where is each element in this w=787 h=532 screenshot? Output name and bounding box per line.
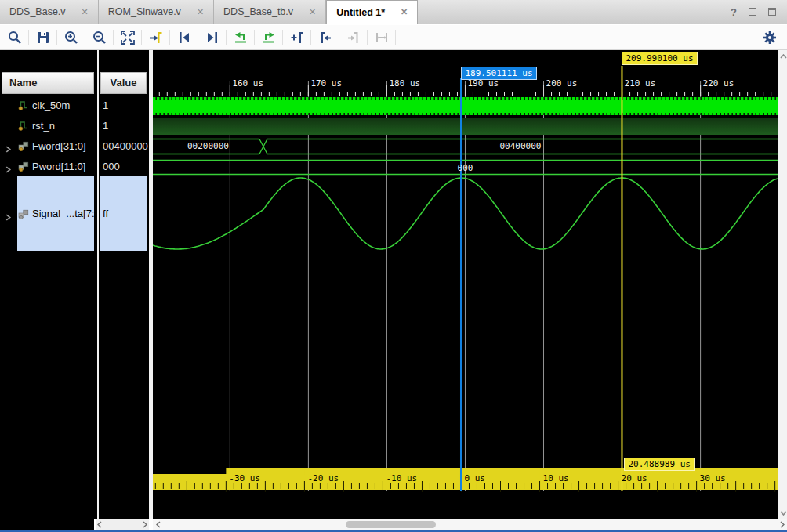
tab-dds-base-tb-v[interactable]: DDS_Base_tb.v✕ — [214, 0, 326, 24]
next-edge-icon — [261, 30, 277, 45]
toolbar-save-waveform-button[interactable] — [32, 27, 53, 48]
save-waveform-icon — [35, 30, 51, 45]
add-marker-icon — [289, 30, 305, 45]
toolbar-separator — [254, 30, 255, 45]
ruler-label: 30 us — [700, 473, 726, 483]
toolbar-separator — [226, 30, 227, 45]
name-column-header: Name — [2, 72, 94, 94]
value-column-scrollbar[interactable] — [96, 519, 149, 530]
help-icon[interactable]: ? — [731, 6, 737, 18]
search-icon — [7, 30, 23, 45]
toolbar-add-marker-button[interactable] — [286, 27, 307, 48]
ruler-label: -10 us — [386, 473, 417, 483]
expand-chevron-icon[interactable] — [5, 142, 13, 150]
cursor-delta-time-label[interactable]: 20.488989 us — [624, 458, 694, 471]
wave-canvas[interactable]: 160 us170 us180 us190 us200 us210 us220 … — [153, 50, 778, 519]
waveform-window: Name Value clk_50m1rst_n1Fword[31:0]0040… — [0, 50, 787, 530]
signal-row-Signal-ta-7-0[interactable]: Signal_...ta[7:0ff — [0, 176, 149, 251]
toolbar-zoom-out-button[interactable] — [89, 27, 110, 48]
scroll-right-icon[interactable] — [143, 521, 147, 528]
signal-name-label: rst_n — [32, 120, 55, 132]
scroll-down-icon[interactable] — [779, 509, 787, 517]
scrollbar-thumb[interactable] — [346, 521, 436, 528]
toolbar-separator — [113, 30, 114, 45]
float-icon[interactable] — [768, 8, 776, 16]
toolbar-separator — [28, 30, 29, 45]
next-transition-icon — [205, 30, 220, 45]
bus-signal-icon — [18, 140, 29, 151]
toolbar-separator — [56, 30, 57, 45]
column-divider[interactable] — [97, 50, 99, 519]
toolbar-separator — [395, 30, 396, 45]
tab-dds-base-v[interactable]: DDS_Base.v✕ — [0, 0, 99, 24]
maximize-icon[interactable] — [749, 8, 756, 16]
tab-label: DDS_Base.v — [9, 6, 66, 17]
scroll-left-icon[interactable] — [156, 521, 161, 528]
go-to-marker-icon — [317, 30, 333, 45]
marker-previous-disabled-icon — [346, 30, 361, 45]
tab-label: ROM_Sinwave.v — [108, 6, 181, 17]
value-column-header: Value — [100, 72, 147, 94]
marker-cursor-time-label[interactable]: 209.990100 us — [622, 52, 697, 65]
tab-label: Untitled 1* — [336, 7, 385, 18]
wave-horizontal-scrollbar[interactable] — [153, 519, 787, 530]
toolbar-go-to-marker-button[interactable] — [314, 27, 335, 48]
toolbar-previous-edge-button[interactable] — [230, 27, 251, 48]
timeline-label: 220 us — [703, 78, 734, 89]
main-cursor-time-label[interactable]: 189.501111 us — [461, 67, 536, 80]
toolbar-swap-cursors-disabled-button[interactable] — [371, 27, 392, 48]
signal-panel: Name Value clk_50m1rst_n1Fword[31:0]0040… — [0, 50, 149, 519]
previous-transition-icon — [176, 30, 192, 45]
toolbar-separator — [339, 30, 339, 45]
toolbar-previous-transition-button[interactable] — [173, 27, 194, 48]
timeline-label: 160 us — [232, 78, 263, 89]
zoom-in-icon — [63, 30, 79, 45]
ruler-label: 20 us — [622, 473, 647, 483]
scroll-right-icon[interactable] — [780, 521, 785, 528]
go-to-time-icon — [148, 30, 164, 45]
scalar-signal-icon — [18, 100, 29, 110]
signal-row-clk-50m[interactable]: clk_50m1 — [0, 95, 149, 115]
toolbar-zoom-fit-button[interactable] — [117, 27, 138, 48]
tab-untitled-1-[interactable]: Untitled 1*✕ — [326, 0, 418, 24]
signal-row-Pword-11-0-[interactable]: Pword[11:0]000 — [0, 156, 149, 176]
toolbar-separator — [141, 30, 142, 45]
ruler-label: 0 us — [464, 473, 485, 483]
tab-close-icon[interactable]: ✕ — [401, 7, 408, 17]
timeline-label: 170 us — [310, 78, 342, 89]
tab-close-icon[interactable]: ✕ — [82, 7, 89, 17]
tab-close-icon[interactable]: ✕ — [309, 7, 316, 17]
toolbar-go-to-time-button[interactable] — [145, 27, 166, 48]
tab-rom-sinwave-v[interactable]: ROM_Sinwave.v✕ — [99, 0, 214, 24]
signal-name-cell: clk_50m — [0, 95, 94, 115]
wave-vertical-scrollbar[interactable] — [778, 50, 787, 519]
scroll-left-icon[interactable] — [97, 521, 102, 528]
signal-value: 00400000 — [100, 136, 147, 156]
signal-name-cell: Pword[11:0] — [0, 156, 94, 176]
signal-name-label: Pword[11:0] — [32, 161, 85, 172]
signal-row-Fword-31-0-[interactable]: Fword[31:0]00400000 — [0, 136, 149, 156]
toolbar-zoom-in-button[interactable] — [60, 27, 82, 48]
scroll-up-icon[interactable] — [779, 52, 787, 60]
analog-signal-icon — [18, 208, 29, 219]
scalar-signal-icon — [18, 120, 29, 131]
toolbar-separator — [310, 30, 311, 45]
tab-label: DDS_Base_tb.v — [223, 6, 293, 17]
settings-gear-button[interactable] — [762, 25, 778, 50]
toolbar-next-transition-button[interactable] — [201, 27, 223, 48]
signal-name-label: clk_50m — [32, 100, 70, 111]
toolbar-separator — [85, 30, 85, 45]
expand-chevron-icon[interactable] — [5, 210, 13, 218]
signal-name-cell: rst_n — [0, 115, 94, 136]
signal-name-label: Signal_...ta[7:0 — [32, 208, 100, 219]
signal-value: 1 — [100, 95, 147, 115]
tab-close-icon[interactable]: ✕ — [197, 7, 204, 17]
ruler-label: -20 us — [307, 473, 339, 483]
expand-chevron-icon[interactable] — [5, 162, 13, 170]
toolbar-search-button[interactable] — [4, 27, 25, 48]
signal-row-rst-n[interactable]: rst_n1 — [0, 115, 149, 136]
toolbar-next-edge-button[interactable] — [258, 27, 279, 48]
window-controls: ? — [731, 0, 787, 24]
tab-bar: DDS_Base.v✕ROM_Sinwave.v✕DDS_Base_tb.v✕U… — [0, 0, 787, 24]
toolbar-marker-previous-disabled-button[interactable] — [343, 27, 364, 48]
